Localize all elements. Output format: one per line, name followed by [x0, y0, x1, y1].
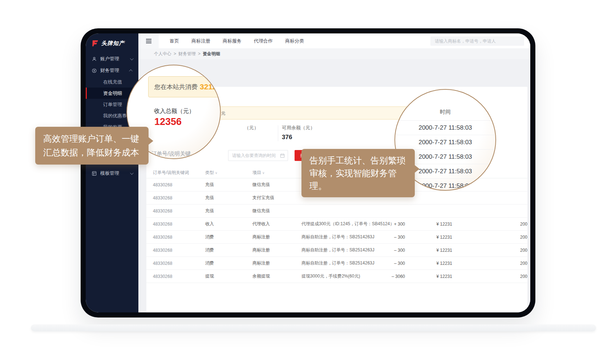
table-row: 48330268 消费 商标注册 商标自助注册，订单号：SB2514263J –…: [146, 244, 527, 257]
cell-desc: 商标自助注册，订单号：SB2514263J: [301, 234, 379, 240]
cell-amount: + 300: [379, 222, 405, 227]
col-order: 订单号/说明关键词: [153, 170, 205, 176]
breadcrumb-separator: >: [198, 51, 200, 56]
date-input[interactable]: [228, 150, 288, 161]
cell-time: 2000-7-27 11:58:03: [452, 222, 527, 227]
page: 头牌知产 账户管理 财务管理: [0, 0, 616, 364]
nav-tab[interactable]: 商标服务: [223, 38, 242, 44]
sidebar-item-label: 模板管理: [100, 170, 119, 177]
magnified-time-header: 时间: [395, 109, 495, 116]
cell-desc: 商标自助注册，订单号：SB2514263J: [301, 260, 379, 266]
top-nav: 首页 商标注册 商标服务 代理合作 商标分类: [170, 38, 304, 44]
col-type[interactable]: 类型∨: [205, 170, 252, 176]
brand-logo: 头牌知产: [86, 33, 138, 53]
sidebar-item-template[interactable]: 模板管理: [86, 167, 138, 179]
col-project[interactable]: 项目∨: [252, 170, 301, 176]
sidebar-subitem[interactable]: 在线充值: [86, 76, 138, 88]
sort-caret-icon: ∨: [262, 171, 265, 175]
hamburger-menu-icon[interactable]: [138, 33, 159, 48]
cell-type: 消费: [205, 234, 252, 240]
table-row: 48330268 消费 商标注册 商标自助注册，订单号：SB2514263J –…: [146, 257, 527, 270]
cell-amount: – 300: [379, 261, 405, 266]
date-range-field[interactable]: [228, 150, 288, 161]
cell-project: 商标注册: [252, 247, 301, 253]
breadcrumb-item[interactable]: 财务管理: [178, 51, 196, 57]
template-icon: [92, 171, 97, 176]
chevron-down-icon: [130, 57, 134, 60]
nav-tab[interactable]: 商标分类: [285, 38, 304, 44]
chevron-down-icon: [130, 171, 134, 175]
cell-project: 余额提现: [252, 273, 301, 279]
cell-type: 充值: [205, 208, 252, 214]
cell-project: 商标注册: [252, 260, 301, 266]
cell-balance: ¥ 12231: [405, 274, 452, 279]
calendar-icon: [280, 153, 285, 158]
table-row: 48330268 消费 商标注册 商标自助注册，订单号：SB2514263J –…: [146, 231, 527, 244]
cell-balance: ¥ 12231: [405, 222, 452, 227]
sidebar: 头牌知产 账户管理 财务管理: [86, 33, 138, 312]
callout-tail: [414, 165, 420, 173]
nav-tab[interactable]: 首页: [170, 38, 179, 44]
cell-amount: – 300: [379, 235, 405, 240]
callout-right: 告别手工统计、告别繁琐审核，实现智能财务管理。: [301, 149, 415, 197]
cell-order: 48330268: [153, 195, 205, 201]
cell-project: 代理收入: [252, 221, 301, 227]
cell-order: 48330268: [153, 248, 205, 253]
cell-time: 2000-7-27 11:58:03: [452, 248, 527, 253]
breadcrumb-separator: >: [174, 51, 176, 56]
nav-tab[interactable]: 商标注册: [191, 38, 210, 44]
stat-balance: 可用余额（元） 376: [282, 125, 315, 141]
cell-balance: ¥ 12231: [405, 248, 452, 253]
cell-desc: 提现3000元，手续费2%(60元): [301, 273, 379, 279]
cell-type: 消费: [205, 247, 252, 253]
sidebar-item-account[interactable]: 账户管理: [86, 53, 138, 65]
cell-time: 2000-7-27 11:58:03: [452, 261, 527, 266]
cell-balance: ¥ 12231: [405, 235, 452, 240]
cell-order: 48330268: [153, 209, 205, 214]
magnified-time-value: 2000-7-27 11:58:03: [395, 135, 495, 150]
table-row: 48330268 提现 余额提现 提现3000元，手续费2%(60元) – 30…: [146, 270, 527, 283]
cell-order: 48330268: [153, 222, 205, 227]
sort-caret-icon: ∨: [215, 171, 218, 175]
sidebar-item-label: 账户管理: [100, 56, 119, 62]
cell-type: 消费: [205, 260, 252, 266]
laptop-base: [31, 324, 596, 331]
cell-desc: 商标自助注册，订单号：SB2514263J: [301, 247, 379, 253]
cell-time: 2000-7-27 11:58:03: [452, 274, 527, 279]
finance-icon: [92, 68, 97, 73]
table-row: 48330268 充值 微信充值: [146, 205, 527, 218]
sidebar-item-finance[interactable]: 财务管理: [86, 65, 138, 76]
cell-order: 48330268: [153, 235, 205, 240]
cell-desc: 代理提成300元（ID:1245，订单号：SB45124）: [301, 221, 379, 227]
cell-project: 支付宝充值: [252, 195, 301, 201]
cell-amount: – 300: [379, 248, 405, 253]
breadcrumb-item-current: 资金明细: [203, 51, 220, 57]
cell-time: 2000-7-27 11:58:03: [452, 235, 527, 240]
user-icon: [92, 56, 97, 62]
nav-tab[interactable]: 代理合作: [254, 38, 273, 44]
brand-logo-icon: [92, 40, 99, 47]
cell-amount: – 3060: [379, 274, 405, 279]
cell-type: 收入: [205, 221, 252, 227]
stats-divider: [278, 125, 278, 141]
cell-order: 48330268: [153, 261, 205, 266]
cell-project: 商标注册: [252, 234, 301, 240]
cell-type: 充值: [205, 195, 252, 201]
chevron-up-icon: [129, 69, 133, 73]
magnified-time-value: 2000-7-27 11:58:03: [395, 121, 495, 135]
magnified-income-value: 12356: [154, 116, 182, 128]
brand-name: 头牌知产: [101, 40, 125, 47]
cell-balance: ¥ 12231: [405, 261, 452, 266]
cell-type: 充值: [205, 182, 252, 188]
breadcrumb-item[interactable]: 个人中心: [154, 51, 171, 57]
top-toolbar: 首页 商标注册 商标服务 代理合作 商标分类: [138, 33, 530, 48]
cell-order: 48330268: [153, 182, 205, 187]
cell-type: 提现: [205, 273, 252, 279]
table-row: 48330268 收入 代理收入 代理提成300元（ID:1245，订单号：SB…: [146, 218, 527, 231]
stat-expense-fragment: （元）: [244, 125, 259, 131]
magnified-income-label: 收入总额（元）: [154, 108, 195, 115]
cell-project: 微信充值: [252, 208, 301, 214]
callout-left: 高效管理账户订单、一键汇总数据，降低财务成本: [35, 127, 149, 165]
callout-tail: [148, 137, 153, 145]
trademark-search-input[interactable]: [430, 36, 524, 46]
